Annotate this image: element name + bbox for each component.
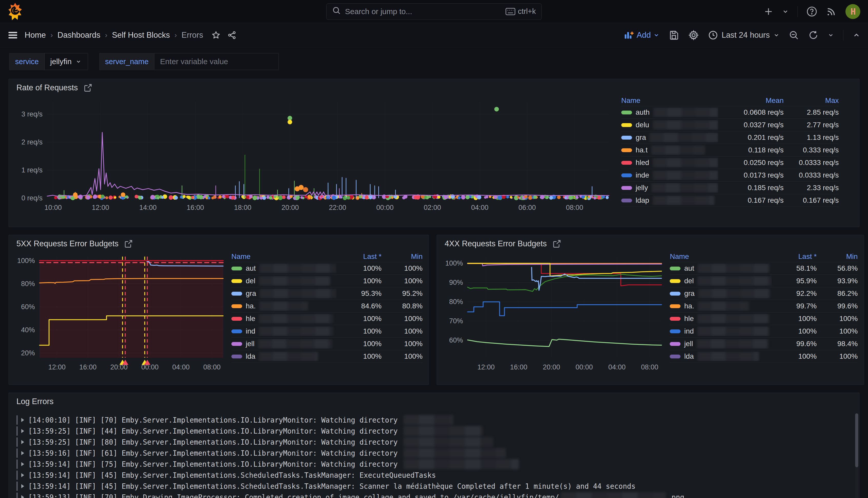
svg-text:2 req/s: 2 req/s [21,138,43,146]
legend-value: 100% [336,327,382,335]
server-name-input[interactable] [160,57,273,66]
log-level-bar [16,471,18,480]
legend-row[interactable]: aut58.1%56.8% [670,262,857,275]
panel-rate-title[interactable]: Rate of Requests [16,83,78,92]
redacted-text [652,183,718,193]
legend-row[interactable]: ha.t0.118 req/s0.333 req/s [621,144,839,157]
legend-row[interactable]: gra92.2%86.2% [670,287,857,300]
breadcrumb-dashboards[interactable]: Dashboards [57,30,100,40]
legend-row[interactable]: inde0.0173 req/s0.0333 req/s [621,169,839,182]
variable-service: service jellyfin [9,53,88,70]
search-input[interactable] [345,7,502,16]
log-expand-caret-icon[interactable] [21,473,24,477]
5xx-legend-table: NameLast *Minaut100%100%del100%100%gra95… [229,250,429,378]
new-chevron-down-icon[interactable] [782,8,789,15]
collapse-toolbar-icon[interactable] [853,31,860,39]
legend-row[interactable]: ha.99.7%99.6% [670,300,857,313]
log-text: [13:59:16] [INF] [61] Emby.Server.Implem… [28,449,402,457]
4xx-error-budget-chart[interactable]: 60%70%80%90%100%12:0016:0020:0000:0004:0… [437,250,668,378]
panel-5xx-title[interactable]: 5XX Requests Error Budgets [16,239,119,248]
legend-row[interactable]: hle100%100% [670,313,857,325]
hamburger-menu-icon[interactable] [8,31,18,40]
log-line[interactable]: [13:59:25] [INF] [44] Emby.Server.Implem… [16,425,857,436]
legend-value: 100% [772,327,817,335]
legend-row[interactable]: del100%100% [231,275,423,287]
external-link-icon[interactable] [124,239,133,248]
news-rss-icon[interactable] [826,6,837,17]
rate-of-requests-chart[interactable]: 0 req/s1 req/s2 req/s3 req/s10:0012:0014… [9,94,619,219]
log-line[interactable]: [13:59:14] [INF] [75] Emby.Server.Implem… [16,458,857,470]
panel-logs-title[interactable]: Log Errors [16,397,54,406]
variable-service-dropdown[interactable]: jellyfin [44,53,88,70]
legend-value: 0.333 req/s [784,146,839,154]
log-line[interactable]: [14:00:10] [INF] [70] Emby.Server.Implem… [16,414,857,425]
log-expand-caret-icon[interactable] [21,429,24,433]
breadcrumb-home[interactable]: Home [25,30,46,40]
log-line[interactable]: [13:59:25] [INF] [80] Emby.Server.Implem… [16,436,857,447]
legend-row[interactable]: jell99.6%98.4% [670,338,857,350]
log-scrollbar-thumb[interactable] [855,413,858,467]
user-avatar[interactable]: H [845,4,860,19]
legend-row[interactable]: hle100%100% [231,313,423,325]
svg-text:40%: 40% [21,326,35,334]
external-link-icon[interactable] [552,239,561,248]
panel-5xx-error-budgets: 5XX Requests Error Budgets 20%40%60%80%1… [9,235,429,385]
legend-row[interactable]: jell100%100% [231,338,423,350]
grafana-logo[interactable] [8,2,23,21]
time-range-picker[interactable]: Last 24 hours [708,30,779,40]
legend-row[interactable]: hled0.0250 req/s0.0333 req/s [621,157,839,169]
global-search: ctrl+k [326,3,542,20]
log-line[interactable]: [13:59:14] [INF] [45] Emby.Server.Implem… [16,481,857,492]
legend-value: 100% [382,352,423,361]
log-expand-caret-icon[interactable] [21,462,24,466]
panel-4xx-title[interactable]: 4XX Requests Error Budgets [444,239,547,248]
legend-row[interactable]: lda100%100% [670,350,857,363]
legend-row[interactable]: ha.84.6%80.8% [231,300,423,313]
legend-row[interactable]: del95.9%93.9% [670,275,857,287]
log-expand-caret-icon[interactable] [21,440,24,444]
series-color-pill [621,173,632,177]
legend-row[interactable]: ind100%100% [670,325,857,338]
add-panel-button[interactable]: Add [624,30,659,40]
legend-value: 0.201 req/s [718,133,784,142]
series-name: jelly [636,184,648,192]
refresh-interval-chevron-icon[interactable] [828,32,834,38]
log-line[interactable]: [13:59:13] [INF] [70] Emby.Drawing.Image… [16,492,857,498]
legend-row[interactable]: lda100%100% [231,350,423,363]
legend-row[interactable]: delu0.0327 req/s2.77 req/s [621,119,839,131]
series-name: aut [246,264,256,273]
legend-row[interactable]: ldap0.167 req/s0.167 req/s [621,194,839,207]
legend-row[interactable]: jelly0.185 req/s2.33 req/s [621,182,839,194]
external-link-icon[interactable] [84,83,92,92]
svg-text:90%: 90% [449,279,463,286]
series-name: del [246,277,255,285]
legend-row[interactable]: ind100%100% [231,325,423,338]
favorite-star-icon[interactable] [211,30,221,40]
legend-row[interactable]: gra95.3%95.2% [231,287,423,300]
help-icon[interactable] [806,6,817,17]
new-button[interactable] [764,7,773,16]
log-expand-caret-icon[interactable] [21,495,24,498]
log-line[interactable]: [13:59:14] [INF] [45] Emby.Server.Implem… [16,470,857,481]
zoom-out-icon[interactable] [789,30,799,40]
5xx-error-budget-chart[interactable]: 20%40%60%80%100%12:0016:0020:0000:0004:0… [9,250,229,378]
log-expand-caret-icon[interactable] [21,451,24,455]
series-color-pill [231,292,242,296]
redacted-text [650,133,718,142]
log-scrollbar[interactable] [855,413,858,498]
series-name: ha. [684,302,694,310]
log-expand-caret-icon[interactable] [21,484,24,488]
legend-row[interactable]: gra0.201 req/s1.13 req/s [621,131,839,144]
share-icon[interactable] [227,30,237,40]
series-name: hle [684,315,694,323]
legend-row[interactable]: aut100%100% [231,262,423,275]
log-expand-caret-icon[interactable] [21,418,24,422]
refresh-icon[interactable] [808,30,818,40]
dashboard-settings-gear-icon[interactable] [688,30,699,41]
save-dashboard-icon[interactable] [669,30,679,40]
legend-value: 2.33 req/s [784,184,839,192]
legend-row[interactable]: auth0.0608 req/s2.85 req/s [621,106,839,119]
series-name: hled [636,159,649,167]
breadcrumb-folder[interactable]: Self Host Blocks [112,30,170,40]
log-line[interactable]: [13:59:16] [INF] [61] Emby.Server.Implem… [16,447,857,458]
